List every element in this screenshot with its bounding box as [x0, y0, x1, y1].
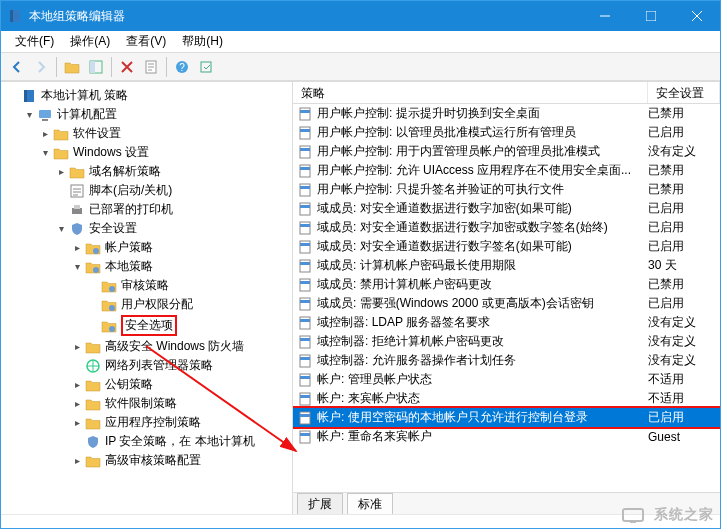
policy-row[interactable]: 域成员: 对安全通道数据进行数字签名(如果可能)已启用 — [293, 237, 720, 256]
folder-icon — [53, 126, 69, 142]
policy-name: 用户帐户控制: 用于内置管理员帐户的管理员批准模式 — [317, 143, 648, 160]
policy-row[interactable]: 域成员: 需要强(Windows 2000 或更高版本)会话密钥已启用 — [293, 294, 720, 313]
policy-row[interactable]: 域成员: 禁用计算机帐户密码更改已禁用 — [293, 275, 720, 294]
tree-local-policies[interactable]: ▾本地策略 — [69, 257, 292, 276]
tab-standard[interactable]: 标准 — [347, 493, 393, 515]
policy-pane: 策略 安全设置 用户帐户控制: 提示提升时切换到安全桌面已禁用用户帐户控制: 以… — [293, 82, 720, 514]
tree-netlist[interactable]: 网络列表管理器策略 — [69, 356, 292, 375]
menubar: 文件(F) 操作(A) 查看(V) 帮助(H) — [1, 31, 720, 53]
tree-security-options[interactable]: 安全选项 — [85, 314, 292, 337]
folder-icon — [101, 297, 117, 313]
forward-button[interactable] — [30, 56, 52, 78]
policy-row[interactable]: 域控制器: 拒绝计算机帐户密码更改没有定义 — [293, 332, 720, 351]
policy-icon — [297, 144, 313, 160]
tree-pubkey[interactable]: ▸公钥策略 — [69, 375, 292, 394]
policy-row[interactable]: 用户帐户控制: 允许 UIAccess 应用程序在不使用安全桌面...已禁用 — [293, 161, 720, 180]
policy-row[interactable]: 用户帐户控制: 用于内置管理员帐户的管理员批准模式没有定义 — [293, 142, 720, 161]
back-button[interactable] — [6, 56, 28, 78]
policy-icon — [297, 353, 313, 369]
expander-icon[interactable]: ▾ — [23, 109, 35, 120]
policy-row[interactable]: 域成员: 对安全通道数据进行数字加密(如果可能)已启用 — [293, 199, 720, 218]
tree-account-policies[interactable]: ▸帐户策略 — [69, 238, 292, 257]
menu-view[interactable]: 查看(V) — [118, 31, 174, 52]
policy-list[interactable]: 用户帐户控制: 提示提升时切换到安全桌面已禁用用户帐户控制: 以管理员批准模式运… — [293, 104, 720, 492]
policy-row[interactable]: 帐户: 管理员帐户状态不适用 — [293, 370, 720, 389]
tree-software-restriction[interactable]: ▸软件限制策略 — [69, 394, 292, 413]
help-button[interactable]: ? — [171, 56, 193, 78]
col-security[interactable]: 安全设置 — [648, 82, 720, 103]
tree-user-rights[interactable]: 用户权限分配 — [85, 295, 292, 314]
tree-firewall[interactable]: ▸高级安全 Windows 防火墙 — [69, 337, 292, 356]
bottom-tabs: 扩展 标准 — [293, 492, 720, 514]
tree-pane[interactable]: 本地计算机 策略 ▾ 计算机配置 ▸软件设置 — [1, 82, 293, 514]
delete-button[interactable] — [116, 56, 138, 78]
policy-value: 已禁用 — [648, 181, 714, 198]
policy-icon — [297, 296, 313, 312]
col-policy[interactable]: 策略 — [293, 82, 648, 103]
policy-value: 已启用 — [648, 295, 714, 312]
policy-row[interactable]: 帐户: 使用空密码的本地帐户只允许进行控制台登录已启用 — [293, 408, 720, 427]
tree-windows-settings[interactable]: ▾Windows 设置 — [37, 143, 292, 162]
policy-icon — [297, 106, 313, 122]
maximize-button[interactable] — [628, 1, 674, 31]
menu-file[interactable]: 文件(F) — [7, 31, 62, 52]
properties-button[interactable] — [140, 56, 162, 78]
policy-row[interactable]: 用户帐户控制: 提示提升时切换到安全桌面已禁用 — [293, 104, 720, 123]
tree-advanced-audit[interactable]: ▸高级审核策略配置 — [69, 451, 292, 470]
folder-icon — [69, 164, 85, 180]
policy-value: Guest — [648, 430, 714, 444]
policy-value: 已禁用 — [648, 162, 714, 179]
computer-icon — [37, 107, 53, 123]
policy-name: 用户帐户控制: 只提升签名并验证的可执行文件 — [317, 181, 648, 198]
policy-name: 域控制器: LDAP 服务器签名要求 — [317, 314, 648, 331]
tab-extended[interactable]: 扩展 — [297, 493, 343, 515]
policy-row[interactable]: 域成员: 对安全通道数据进行数字加密或数字签名(始终)已启用 — [293, 218, 720, 237]
policy-value: 没有定义 — [648, 143, 714, 160]
policy-name: 帐户: 使用空密码的本地帐户只允许进行控制台登录 — [317, 409, 648, 426]
tree-dns[interactable]: ▸域名解析策略 — [53, 162, 292, 181]
policy-value: 没有定义 — [648, 314, 714, 331]
tree-printers[interactable]: 已部署的打印机 — [53, 200, 292, 219]
tree-scripts[interactable]: 脚本(启动/关机) — [53, 181, 292, 200]
policy-value: 已启用 — [648, 409, 714, 426]
toolbar: ? — [1, 53, 720, 81]
tree-root[interactable]: 本地计算机 策略 — [5, 86, 292, 105]
show-hide-button[interactable] — [85, 56, 107, 78]
policy-value: 已启用 — [648, 124, 714, 141]
book-icon — [21, 88, 37, 104]
menu-action[interactable]: 操作(A) — [62, 31, 118, 52]
policy-value: 不适用 — [648, 390, 714, 407]
menu-help[interactable]: 帮助(H) — [174, 31, 231, 52]
minimize-button[interactable] — [582, 1, 628, 31]
tree-ipsec[interactable]: IP 安全策略，在 本地计算机 — [69, 432, 292, 451]
tree-app-control[interactable]: ▸应用程序控制策略 — [69, 413, 292, 432]
policy-value: 已禁用 — [648, 276, 714, 293]
tree-software[interactable]: ▸软件设置 — [37, 124, 292, 143]
up-button[interactable] — [61, 56, 83, 78]
policy-row[interactable]: 域控制器: LDAP 服务器签名要求没有定义 — [293, 313, 720, 332]
policy-value: 没有定义 — [648, 352, 714, 369]
tree-security-settings[interactable]: ▾安全设置 — [53, 219, 292, 238]
policy-icon — [297, 429, 313, 445]
folder-icon — [85, 415, 101, 431]
refresh-button[interactable] — [195, 56, 217, 78]
policy-row[interactable]: 用户帐户控制: 只提升签名并验证的可执行文件已禁用 — [293, 180, 720, 199]
policy-icon — [297, 182, 313, 198]
policy-icon — [297, 334, 313, 350]
policy-row[interactable]: 帐户: 重命名来宾帐户Guest — [293, 427, 720, 446]
folder-icon — [85, 377, 101, 393]
policy-icon — [297, 163, 313, 179]
policy-row[interactable]: 域成员: 计算机帐户密码最长使用期限30 天 — [293, 256, 720, 275]
policy-name: 域成员: 对安全通道数据进行数字加密或数字签名(始终) — [317, 219, 648, 236]
tree-audit[interactable]: 审核策略 — [85, 276, 292, 295]
svg-rect-11 — [646, 11, 656, 21]
close-button[interactable] — [674, 1, 720, 31]
tree-computer-config[interactable]: ▾ 计算机配置 — [21, 105, 292, 124]
policy-row[interactable]: 帐户: 来宾帐户状态不适用 — [293, 389, 720, 408]
policy-row[interactable]: 用户帐户控制: 以管理员批准模式运行所有管理员已启用 — [293, 123, 720, 142]
policy-value: 已禁用 — [648, 105, 714, 122]
policy-name: 用户帐户控制: 提示提升时切换到安全桌面 — [317, 105, 648, 122]
policy-name: 用户帐户控制: 以管理员批准模式运行所有管理员 — [317, 124, 648, 141]
folder-icon — [85, 339, 101, 355]
policy-row[interactable]: 域控制器: 允许服务器操作者计划任务没有定义 — [293, 351, 720, 370]
